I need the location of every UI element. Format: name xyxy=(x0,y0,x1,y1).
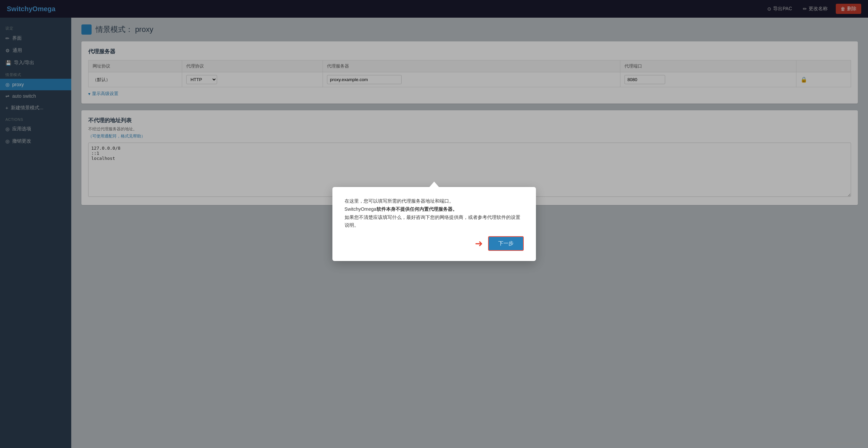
modal-line2-prefix: SwitchyOmega xyxy=(345,206,377,212)
modal-line2: SwitchyOmega软件本身不提供任何内置代理服务器。 xyxy=(345,205,524,213)
modal-overlay: 在这里，您可以填写所需的代理服务器地址和端口。 SwitchyOmega软件本身… xyxy=(0,0,868,448)
watermark: CSDN @zhaoseaside xyxy=(827,441,863,445)
modal-line1: 在这里，您可以填写所需的代理服务器地址和端口。 xyxy=(345,197,524,205)
modal: 在这里，您可以填写所需的代理服务器地址和端口。 SwitchyOmega软件本身… xyxy=(332,187,536,261)
modal-footer: ➜ 下一步 xyxy=(345,236,524,251)
modal-line2-bold: 软件本身不提供任何内置代理服务器。 xyxy=(377,206,457,212)
next-button[interactable]: 下一步 xyxy=(488,236,524,251)
modal-line3: 如果您不清楚应该填写什么，最好咨询下您的网络提供商，或者参考代理软件的设置说明。 xyxy=(345,213,524,230)
arrow-right-icon: ➜ xyxy=(475,238,483,249)
modal-text: 在这里，您可以填写所需的代理服务器地址和端口。 SwitchyOmega软件本身… xyxy=(345,197,524,229)
